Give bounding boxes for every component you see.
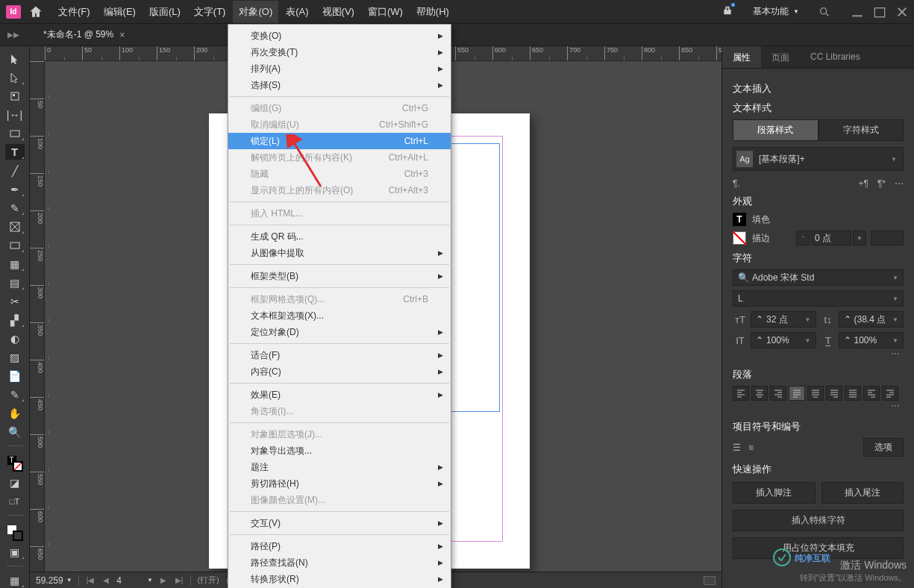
style-selector[interactable]: Ag [基本段落]+ ▼ [733, 147, 904, 171]
panel-expand-left[interactable]: ▶▶ [0, 24, 27, 46]
menu-item[interactable]: 效果(E)▶ [228, 387, 451, 403]
rectangle-frame-tool[interactable] [5, 219, 25, 234]
apply-color-text[interactable]: □T [5, 493, 25, 509]
tab-properties[interactable]: 属性 [722, 46, 761, 68]
menu-item[interactable]: 再次变换(T)▶ [228, 44, 451, 60]
home-icon[interactable] [28, 4, 43, 19]
fill-swatch[interactable]: T [733, 213, 746, 226]
eyedropper-tool[interactable]: ✎ [5, 387, 25, 402]
stroke-decrement[interactable]: ⌃ [796, 231, 810, 245]
search-icon[interactable] [818, 6, 830, 18]
apply-color-container[interactable]: ◪ [5, 475, 25, 490]
page-tool[interactable] [5, 88, 25, 104]
style-menu-icon[interactable]: ⋯ [895, 178, 904, 189]
scrollbar-thumb[interactable] [704, 576, 716, 585]
align-center[interactable] [751, 386, 768, 401]
view-options[interactable]: ▦ [5, 572, 25, 588]
rectangle-tool[interactable] [5, 237, 25, 253]
menu-item[interactable]: 对象导出选项... [228, 442, 451, 459]
menu-item[interactable]: 交互(V)▶ [228, 515, 451, 531]
numbering-icon[interactable]: ≡ [748, 442, 754, 453]
maximize-icon[interactable] [874, 6, 886, 18]
selection-tool[interactable] [5, 51, 25, 66]
new-style-icon[interactable]: +¶ [858, 178, 868, 189]
next-page-icon[interactable]: ▶ [159, 576, 168, 584]
close-icon[interactable] [896, 6, 908, 18]
vscale-field[interactable]: ⌃100%▼ [751, 332, 816, 348]
para-options-icon[interactable]: ¶. [733, 178, 740, 189]
grid-tool[interactable]: ▦ [5, 256, 25, 272]
insert-endnote-button[interactable]: 插入尾注 [821, 482, 904, 504]
share-button[interactable] [722, 4, 733, 19]
menu-item[interactable]: 选择(S)▶ [228, 77, 451, 93]
menu-table[interactable]: 表(A) [280, 1, 314, 23]
page-field[interactable]: 4▼ [116, 575, 153, 586]
content-collector-tool[interactable] [5, 125, 25, 141]
paragraph-style-tab[interactable]: 段落样式 [733, 119, 818, 141]
menu-item[interactable]: 剪切路径(H)▶ [228, 475, 451, 492]
bullets-icon[interactable]: ☰ [733, 442, 741, 453]
font-weight-field[interactable]: L▼ [733, 290, 904, 307]
paragraph-more-icon[interactable]: ⋯ [887, 401, 904, 414]
character-style-tab[interactable]: 字符样式 [818, 119, 904, 141]
scissors-tool[interactable]: ✂ [5, 293, 25, 309]
type-tool[interactable]: T [5, 144, 25, 160]
menu-item[interactable]: 文本框架选项(X)... [228, 307, 451, 324]
align-right[interactable] [770, 386, 786, 401]
menu-item[interactable]: 路径(P)▶ [228, 538, 451, 554]
font-family-field[interactable]: 🔍Adobe 宋体 Std▼ [733, 269, 904, 286]
menu-item[interactable]: 锁定(L)Ctrl+L [228, 133, 451, 149]
ruler-vertical[interactable]: 5010015020025030035040045050055060065070… [30, 61, 45, 573]
direct-selection-tool[interactable] [5, 69, 25, 85]
prev-page-icon[interactable]: ◀ [101, 576, 110, 584]
menu-window[interactable]: 窗口(W) [362, 1, 409, 23]
justify-right[interactable] [826, 386, 842, 401]
tab-pages[interactable]: 页面 [761, 46, 800, 68]
menu-item[interactable]: 适合(F)▶ [228, 347, 451, 363]
menu-item[interactable]: 框架类型(B)▶ [228, 268, 451, 284]
menu-item[interactable]: 内容(C)▶ [228, 363, 451, 380]
menu-item[interactable]: 排列(A)▶ [228, 60, 451, 77]
menu-help[interactable]: 帮助(H) [410, 1, 455, 23]
document-tab[interactable]: *未命名-1 @ 59% × [34, 24, 134, 46]
gradient-feather-tool[interactable]: ▨ [5, 349, 25, 365]
menu-view[interactable]: 视图(V) [316, 1, 360, 23]
justify-all[interactable] [845, 386, 861, 401]
first-page-icon[interactable]: |◀ [85, 576, 96, 584]
menu-item[interactable]: 变换(O)▶ [228, 28, 451, 44]
character-more-icon[interactable]: ⋯ [887, 348, 904, 362]
zoom-tool[interactable]: 🔍 [5, 424, 25, 440]
justify-left[interactable] [789, 386, 805, 401]
insert-special-button[interactable]: 插入特殊字符 [733, 510, 904, 531]
hand-tool[interactable]: ✋ [5, 405, 25, 421]
fill-stroke-toggle[interactable]: T [5, 452, 25, 472]
clear-overrides-icon[interactable]: ¶* [877, 178, 886, 189]
menu-item[interactable]: 定位对象(D)▶ [228, 324, 451, 340]
insert-footnote-button[interactable]: 插入脚注 [733, 482, 816, 504]
tab-close-icon[interactable]: × [119, 30, 125, 40]
pen-tool[interactable]: ✒ [5, 181, 25, 197]
align-toward[interactable] [882, 386, 898, 401]
tab-cc-libraries[interactable]: CC Libraries [800, 46, 871, 68]
menu-item[interactable]: 从图像中提取▶ [228, 245, 451, 261]
screen-mode[interactable]: ▣ [5, 544, 25, 560]
menu-edit[interactable]: 编辑(E) [98, 1, 142, 23]
bullets-options-button[interactable]: 选项 [863, 438, 904, 457]
free-transform-tool[interactable]: ▞ [5, 312, 25, 328]
stroke-swatch[interactable] [733, 231, 746, 245]
default-fill-stroke[interactable] [5, 522, 25, 541]
gap-tool[interactable]: |↔| [5, 107, 25, 122]
menu-item[interactable]: 生成 QR 码... [228, 228, 451, 245]
menu-type[interactable]: 文字(T) [188, 1, 232, 23]
workspace-switcher[interactable]: 基本功能▼ [747, 2, 805, 21]
stroke-weight-dropdown[interactable]: ▼ [853, 231, 866, 245]
stroke-style-dropdown[interactable] [871, 231, 904, 245]
menu-item[interactable]: 转换形状(R)▶ [228, 571, 451, 587]
justify-center[interactable] [807, 386, 824, 401]
zoom-field[interactable]: 59.259▼ [36, 575, 72, 586]
minimize-icon[interactable] [851, 6, 863, 18]
last-page-icon[interactable]: ▶| [174, 576, 185, 584]
font-size-field[interactable]: ⌃32 点▼ [751, 311, 816, 328]
align-left[interactable] [733, 386, 749, 401]
line-tool[interactable]: ╱ [5, 163, 25, 178]
